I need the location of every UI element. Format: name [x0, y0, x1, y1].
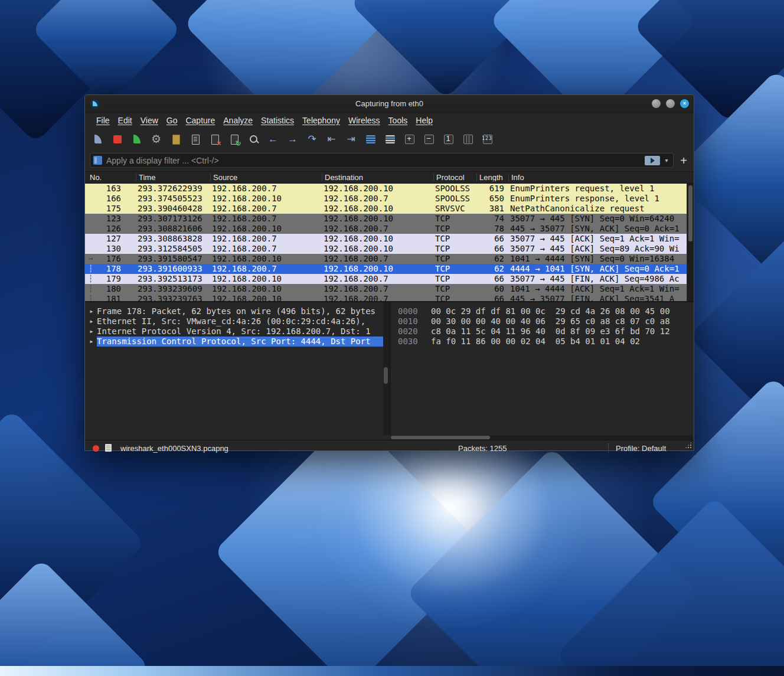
- reorder-columns-button[interactable]: [481, 133, 494, 146]
- resize-grip-icon[interactable]: [685, 442, 692, 449]
- hex-row[interactable]: 0030 fa f0 11 86 00 00 02 04 05 b4 01 01…: [398, 337, 694, 347]
- zoom-out-button[interactable]: [422, 133, 436, 146]
- go-forward-button[interactable]: [286, 133, 299, 146]
- packet-row[interactable]: ┆178 293.391600933 192.168.200.7 192.168…: [85, 264, 687, 274]
- expander-icon[interactable]: ▶: [89, 316, 94, 326]
- go-last-packet-icon: [345, 133, 358, 146]
- go-back-button[interactable]: [266, 133, 280, 146]
- packet-length: 62: [477, 264, 509, 274]
- hex-hscrollbar[interactable]: [390, 435, 692, 440]
- expander-icon[interactable]: ▶: [89, 326, 94, 337]
- packet-row[interactable]: ┆180 293.393239609 192.168.200.10 192.16…: [85, 284, 687, 294]
- menu-help[interactable]: Help: [411, 115, 437, 126]
- packet-destination: 192.168.200.10: [322, 264, 434, 274]
- detail-row[interactable]: ▶ Internet Protocol Version 4, Src: 192.…: [85, 326, 388, 337]
- expander-icon[interactable]: ▶: [89, 337, 94, 347]
- zoom-in-button[interactable]: [403, 133, 416, 146]
- menu-edit[interactable]: Edit: [114, 115, 136, 126]
- col-info[interactable]: Info: [509, 174, 694, 181]
- menu-capture[interactable]: Capture: [181, 115, 219, 126]
- col-length[interactable]: Length: [477, 174, 509, 181]
- packet-row[interactable]: 163 293.372622939 192.168.200.7 192.168.…: [85, 184, 687, 194]
- find-packet-button[interactable]: [247, 133, 260, 146]
- hex-row[interactable]: 0020 c8 0a 11 5c 04 11 96 40 0d 8f 09 e3…: [398, 326, 694, 337]
- details-scrollbar-thumb[interactable]: [384, 367, 388, 384]
- restart-capture-button[interactable]: [130, 133, 143, 146]
- open-file-button[interactable]: [169, 133, 182, 146]
- packet-details-pane: ▶ Frame 178: Packet, 62 bytes on wire (4…: [85, 302, 388, 435]
- packet-row[interactable]: ┆181 293.393239763 192.168.200.10 192.16…: [85, 294, 687, 301]
- save-file-button[interactable]: [188, 133, 202, 146]
- start-capture-button[interactable]: [91, 133, 104, 146]
- capture-filename[interactable]: wireshark_eth000SXN3.pcapng: [120, 444, 228, 453]
- packet-protocol: TCP: [434, 234, 477, 244]
- details-scrollbar[interactable]: [383, 302, 388, 435]
- packet-row[interactable]: 130 293.312584505 192.168.200.7 192.168.…: [85, 244, 687, 254]
- minimize-button[interactable]: [652, 99, 661, 108]
- reload-file-button[interactable]: [227, 133, 241, 146]
- packet-list-scrollbar-thumb[interactable]: [688, 185, 692, 241]
- close-button[interactable]: ×: [680, 99, 689, 108]
- titlebar[interactable]: Capturing from eth0 ×: [85, 95, 694, 113]
- hex-hscrollbar-thumb[interactable]: [391, 436, 490, 439]
- apply-filter-button[interactable]: [645, 156, 660, 165]
- maximize-button[interactable]: [666, 99, 675, 108]
- filter-bookmark-icon[interactable]: [93, 156, 102, 165]
- col-destination[interactable]: Destination: [322, 174, 434, 181]
- menu-statistics[interactable]: Statistics: [257, 115, 298, 126]
- detail-row[interactable]: ▶ Transmission Control Protocol, Src Por…: [85, 337, 388, 347]
- statusbar-separator: [608, 443, 609, 452]
- autoscroll-button[interactable]: [364, 133, 377, 146]
- packet-length: 66: [477, 244, 509, 254]
- capture-status-icon[interactable]: [93, 445, 99, 452]
- add-filter-button[interactable]: +: [678, 155, 689, 166]
- packet-row[interactable]: 175 293.390460428 192.168.200.7 192.168.…: [85, 204, 687, 214]
- filter-dropdown-icon[interactable]: ▾: [663, 157, 670, 164]
- resize-columns-button[interactable]: [461, 133, 475, 146]
- go-to-packet-button[interactable]: [305, 133, 319, 146]
- menu-analyze[interactable]: Analyze: [219, 115, 257, 126]
- packet-row[interactable]: 166 293.374505523 192.168.200.10 192.168…: [85, 194, 687, 204]
- capture-options-button[interactable]: [149, 133, 163, 146]
- menu-file[interactable]: File: [92, 115, 114, 126]
- packet-list-scrollbar[interactable]: [687, 184, 694, 301]
- menu-go[interactable]: Go: [162, 115, 182, 126]
- packet-row[interactable]: ┆179 293.392513173 192.168.200.10 192.16…: [85, 274, 687, 284]
- packet-time: 293.391580547: [136, 254, 211, 264]
- packet-row[interactable]: 126 293.308821606 192.168.200.10 192.168…: [85, 224, 687, 234]
- col-protocol[interactable]: Protocol: [434, 174, 477, 181]
- menu-view[interactable]: View: [136, 115, 162, 126]
- profile-label[interactable]: Profile: Default: [616, 444, 666, 453]
- go-last-packet-button[interactable]: [344, 133, 358, 146]
- packet-length: 619: [477, 184, 509, 194]
- packet-row[interactable]: →176 293.391580547 192.168.200.10 192.16…: [85, 254, 687, 264]
- detail-row[interactable]: ▶ Frame 178: Packet, 62 bytes on wire (4…: [85, 306, 388, 316]
- desktop: Capturing from eth0 × File Edit View Go …: [0, 0, 784, 676]
- packet-row[interactable]: 123 293.307173126 192.168.200.7 192.168.…: [85, 214, 687, 224]
- display-filter-input[interactable]: [105, 155, 642, 166]
- detail-row[interactable]: ▶ Ethernet II, Src: VMware_cd:4a:26 (00:…: [85, 316, 388, 326]
- colorize-button[interactable]: [383, 133, 397, 146]
- menu-telephony[interactable]: Telephony: [298, 115, 344, 126]
- col-no[interactable]: No.: [87, 174, 136, 181]
- packet-info: 35077 → 445 [ACK] Seq=1 Ack=1 Win=: [509, 234, 687, 244]
- menu-wireless[interactable]: Wireless: [344, 115, 384, 126]
- capture-file-icon[interactable]: [105, 444, 112, 452]
- packet-protocol: SPOOLSS: [434, 194, 477, 204]
- hex-row[interactable]: 0010 00 30 00 00 40 00 40 06 29 65 c0 a8…: [398, 316, 694, 326]
- packet-destination: 192.168.200.7: [322, 224, 434, 234]
- autoscroll-icon: [364, 133, 377, 146]
- stop-capture-button[interactable]: [110, 133, 124, 146]
- packet-destination: 192.168.200.10: [322, 214, 434, 224]
- go-first-packet-button[interactable]: [325, 133, 338, 146]
- display-filter-field[interactable]: ▾: [90, 153, 674, 168]
- packet-no: 178: [106, 264, 121, 273]
- packet-row[interactable]: 127 293.308863828 192.168.200.7 192.168.…: [85, 234, 687, 244]
- expander-icon[interactable]: ▶: [89, 306, 94, 316]
- col-source[interactable]: Source: [211, 174, 322, 181]
- zoom-100-button[interactable]: [442, 133, 455, 146]
- hex-row[interactable]: 0000 00 0c 29 df df 81 00 0c 29 cd 4a 26…: [398, 306, 694, 316]
- col-time[interactable]: Time: [136, 174, 211, 181]
- menu-tools[interactable]: Tools: [384, 115, 412, 126]
- close-file-button[interactable]: [208, 133, 221, 146]
